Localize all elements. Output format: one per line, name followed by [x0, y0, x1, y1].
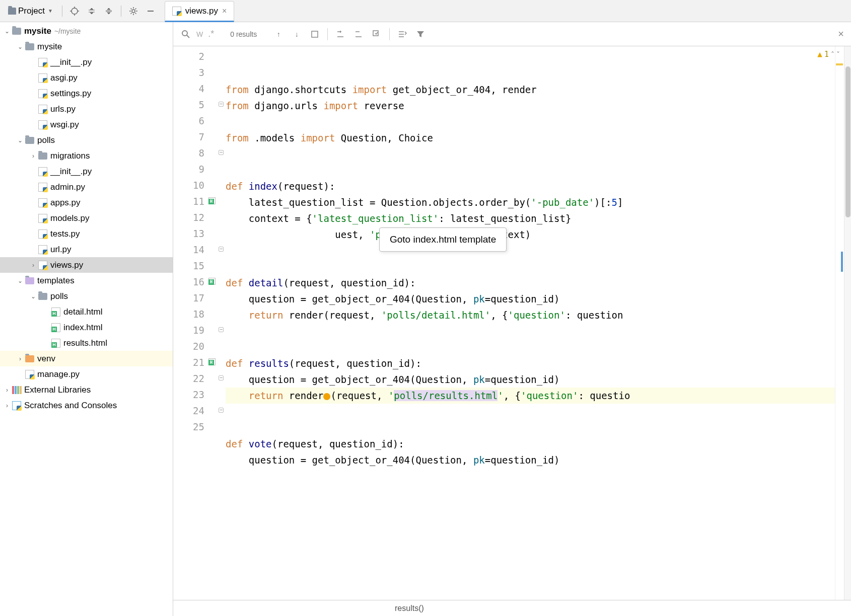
- chevron-down-icon[interactable]: ⌄: [29, 293, 37, 300]
- close-icon[interactable]: ×: [222, 7, 227, 16]
- chevron-down-icon[interactable]: ⌄: [16, 137, 24, 144]
- warning-marker[interactable]: [836, 63, 843, 65]
- scroll-thumb[interactable]: [845, 66, 850, 217]
- code-line[interactable]: [226, 114, 835, 130]
- tree-item[interactable]: ⌄polls: [0, 288, 173, 304]
- regex-label[interactable]: .*: [208, 29, 214, 39]
- code-line[interactable]: [226, 323, 835, 339]
- chevron-right-icon[interactable]: ›: [3, 402, 11, 409]
- template-gutter-icon[interactable]: [208, 278, 216, 285]
- tree-item[interactable]: ›wsgi.py: [0, 117, 173, 132]
- chevron-down-icon[interactable]: ⌄: [16, 277, 24, 284]
- close-icon[interactable]: ×: [838, 28, 844, 40]
- fold-icon[interactable]: −: [219, 247, 224, 252]
- code-line[interactable]: context = {'latest_question_list': lates…: [226, 210, 835, 226]
- tree-item[interactable]: ›manage.py: [0, 366, 173, 382]
- code-line[interactable]: from django.urls import reverse: [226, 98, 835, 114]
- select-all-icon[interactable]: [309, 29, 320, 40]
- chevron-up-icon[interactable]: ˄: [831, 50, 834, 58]
- chevron-right-icon[interactable]: ›: [29, 262, 37, 269]
- scrollbar[interactable]: [844, 46, 851, 600]
- code-area[interactable]: from django.shortcuts import get_object_…: [226, 46, 835, 600]
- tree-item[interactable]: ›__init__.py: [0, 164, 173, 179]
- tree-item[interactable]: ⌄mysite: [0, 39, 173, 54]
- settings-icon[interactable]: [397, 29, 408, 40]
- collapse-all-icon[interactable]: [102, 4, 116, 18]
- fold-icon[interactable]: −: [219, 150, 224, 155]
- minimize-icon[interactable]: [144, 4, 158, 18]
- tree-item[interactable]: ›url.py: [0, 242, 173, 257]
- arrow-up-icon[interactable]: ↑: [273, 29, 284, 40]
- tree-item[interactable]: ›settings.py: [0, 86, 173, 101]
- code-line[interactable]: return render(request, 'polls/results.ht…: [226, 388, 835, 404]
- tree-item[interactable]: ›detail.html: [0, 304, 173, 320]
- filter-icon[interactable]: [415, 29, 426, 40]
- project-tree[interactable]: ⌄mysite~/mysite⌄mysite›__init__.py›asgi.…: [0, 22, 173, 616]
- tree-item[interactable]: ›models.py: [0, 210, 173, 226]
- tree-item[interactable]: ›tests.py: [0, 226, 173, 242]
- code-line[interactable]: def detail(request, question_id):: [226, 275, 835, 291]
- chevron-down-icon[interactable]: ⌄: [16, 43, 24, 50]
- tree-item[interactable]: ›apps.py: [0, 195, 173, 210]
- code-line[interactable]: question = get_object_or_404(Question, p…: [226, 452, 835, 468]
- code-line[interactable]: [226, 243, 835, 259]
- code-line[interactable]: question = get_object_or_404(Question, p…: [226, 371, 835, 388]
- chevron-right-icon[interactable]: ›: [29, 152, 37, 160]
- template-gutter-icon[interactable]: [208, 358, 216, 365]
- chevron-down-icon[interactable]: ⌄: [3, 28, 11, 35]
- tree-item[interactable]: ›migrations: [0, 148, 173, 164]
- tree-item[interactable]: ›External Libraries: [0, 382, 173, 398]
- project-dropdown[interactable]: Project ▼: [4, 4, 57, 18]
- code-line[interactable]: def vote(request, question_id):: [226, 436, 835, 452]
- search-icon[interactable]: [180, 29, 191, 40]
- code-line[interactable]: question = get_object_or_404(Question, p…: [226, 291, 835, 307]
- add-selection-icon[interactable]: [335, 29, 346, 40]
- code-line[interactable]: def results(request, question_id):: [226, 355, 835, 371]
- code-line[interactable]: def index(request):: [226, 178, 835, 194]
- chevron-down-icon[interactable]: ˅: [836, 50, 840, 58]
- code-line[interactable]: [226, 339, 835, 355]
- tree-item[interactable]: ›Scratches and Consoles: [0, 398, 173, 413]
- fold-icon[interactable]: −: [219, 327, 224, 332]
- gear-icon[interactable]: [126, 4, 140, 18]
- fold-icon[interactable]: −: [219, 375, 224, 380]
- remove-selection-icon[interactable]: [353, 29, 364, 40]
- code-line[interactable]: [226, 404, 835, 420]
- template-gutter-icon[interactable]: [208, 197, 216, 204]
- arrow-down-icon[interactable]: ↓: [291, 29, 302, 40]
- fold-icon[interactable]: −: [219, 102, 224, 107]
- fold-icon[interactable]: −: [219, 408, 224, 413]
- tree-item[interactable]: ›views.py: [0, 257, 173, 273]
- code-line[interactable]: uest, 'polls/index.html', context): [226, 226, 835, 243]
- tree-item[interactable]: ›asgi.py: [0, 70, 173, 86]
- tree-item[interactable]: ›venv: [0, 351, 173, 366]
- tree-item[interactable]: ⌄templates: [0, 273, 173, 288]
- tree-item[interactable]: ›admin.py: [0, 179, 173, 195]
- tree-item[interactable]: ›results.html: [0, 335, 173, 351]
- tree-item[interactable]: ›urls.py: [0, 101, 173, 117]
- code-line[interactable]: return render(request, 'polls/detail.htm…: [226, 307, 835, 323]
- fold-column[interactable]: −−−−−−: [219, 46, 226, 600]
- chevron-right-icon[interactable]: ›: [16, 355, 24, 362]
- code-line[interactable]: from .models import Question, Choice: [226, 130, 835, 146]
- breadcrumb-item[interactable]: results(): [395, 604, 424, 613]
- code-editor[interactable]: 2345678910111213141516171819202122232425…: [173, 46, 851, 600]
- tree-item[interactable]: ›__init__.py: [0, 54, 173, 70]
- intention-bulb-icon[interactable]: [323, 393, 330, 400]
- tree-item[interactable]: ⌄polls: [0, 132, 173, 148]
- warning-badge[interactable]: ▲ 1 ˄ ˅: [817, 49, 840, 59]
- select-occurrences-icon[interactable]: [371, 29, 382, 40]
- tree-item[interactable]: ›index.html: [0, 320, 173, 335]
- code-line[interactable]: [226, 420, 835, 436]
- code-line[interactable]: from django.shortcuts import get_object_…: [226, 82, 835, 98]
- tree-item[interactable]: ⌄mysite~/mysite: [0, 23, 173, 39]
- code-line[interactable]: [226, 162, 835, 178]
- code-line[interactable]: [226, 146, 835, 162]
- expand-all-icon[interactable]: [85, 4, 99, 18]
- chevron-right-icon[interactable]: ›: [3, 387, 11, 394]
- code-line[interactable]: [226, 259, 835, 275]
- target-icon[interactable]: [67, 4, 82, 18]
- code-line[interactable]: latest_question_list = Question.objects.…: [226, 194, 835, 210]
- editor-tab[interactable]: views.py ×: [165, 1, 235, 22]
- breadcrumb-bar[interactable]: results(): [173, 600, 851, 616]
